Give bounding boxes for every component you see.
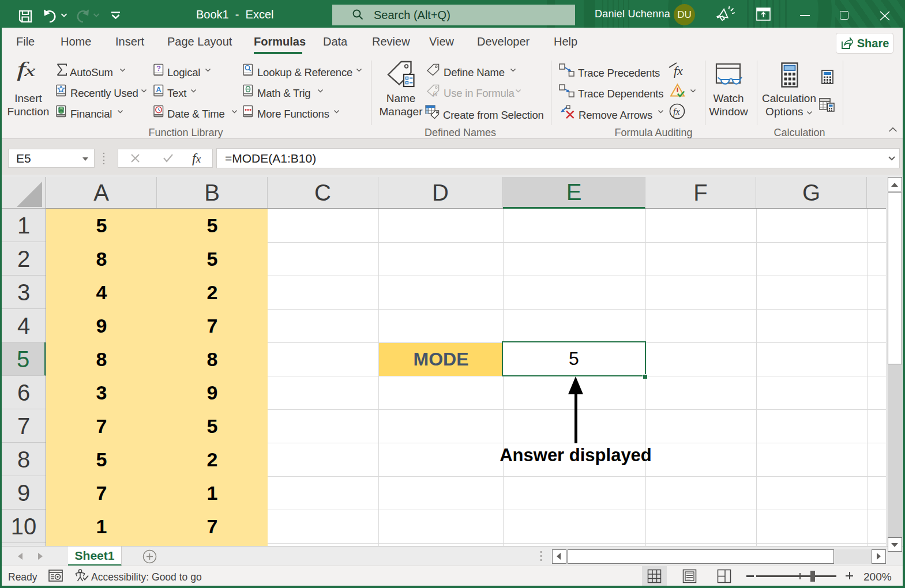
svg-text:A: A	[156, 85, 162, 94]
svg-text:fx: fx	[17, 58, 35, 81]
svg-text:fx: fx	[674, 63, 683, 78]
svg-text:?: ?	[156, 64, 161, 73]
svg-text:fx: fx	[433, 90, 438, 97]
svg-text:fx: fx	[673, 107, 680, 117]
